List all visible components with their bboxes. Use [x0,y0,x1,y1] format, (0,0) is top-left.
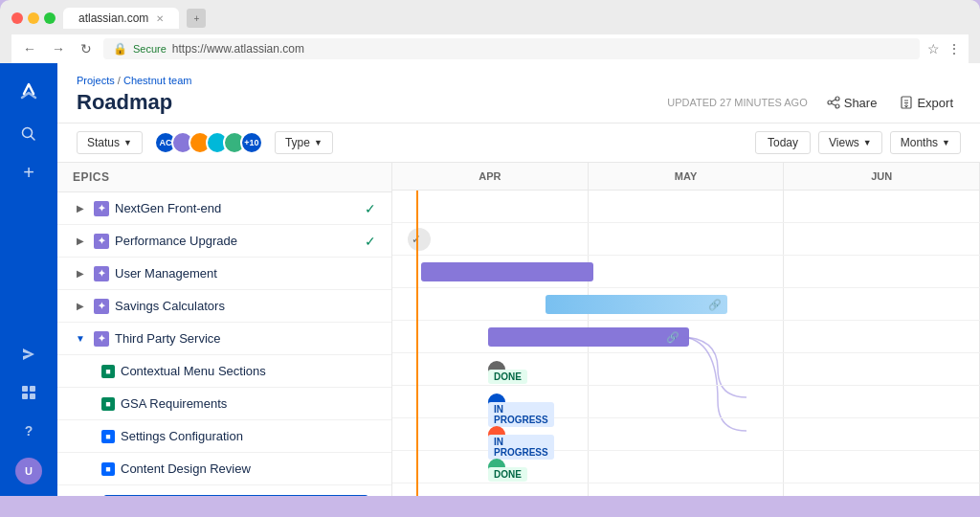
child-row[interactable]: ■ Settings Configuration [57,420,391,453]
status-row-inprogress2: IN PROGRESS [488,426,505,443]
svg-line-1 [32,137,35,141]
timeline-row: IN PROGRESS [392,418,980,451]
timeline-cell [589,223,785,255]
epic-row[interactable]: ▶ ✦ NextGen Front-end ✓ [57,192,391,225]
child-row[interactable]: ■ Contextual Menu Sections [57,355,391,388]
epic-label: Third Party Service [115,331,376,346]
sidebar: + ? U [0,63,57,496]
avatar-overflow[interactable]: +10 [240,131,263,154]
breadcrumb: Projects / Chestnut team [77,75,961,86]
done-check-icon: ✓ [365,234,376,249]
epic-row[interactable]: ▼ ✦ Third Party Service [57,323,391,355]
expand-icon[interactable]: ▶ [73,203,88,214]
timeline: APR MAY JUN [392,163,980,496]
help-icon[interactable]: ? [11,414,46,448]
epic-label: NextGen Front-end [115,201,361,215]
add-icon[interactable]: + [11,155,46,190]
traffic-light-red[interactable] [11,12,23,24]
expand-icon[interactable]: ▶ [73,236,88,246]
page-title: Roadmap [77,90,172,115]
timeline-cell [589,191,785,222]
browser-tab[interactable]: atlassian.com ✕ [63,8,179,29]
gantt-bar-user-mgmt[interactable] [421,262,593,281]
epic-type-icon: ✦ [94,331,109,347]
tab-close-icon[interactable]: ✕ [156,13,164,24]
timeline-row: DONE [392,353,980,386]
star-icon[interactable]: ☆ [927,41,940,56]
timeline-cell [784,483,980,496]
epic-row[interactable]: ▶ ✦ Savings Calculators [57,290,391,323]
status-row-done2: DONE [488,459,505,476]
epic-row[interactable]: ▶ ✦ User Management [57,258,391,290]
user-avatar[interactable]: U [15,458,42,484]
traffic-light-yellow[interactable] [28,12,39,24]
epic-label: User Management [115,266,376,281]
epics-panel: Epics ▶ ✦ NextGen Front-end ✓ ▶ ✦ Perfor… [57,163,392,496]
child-type-icon: ■ [101,462,115,476]
new-tab-button[interactable]: + [187,9,206,28]
timeline-row [392,483,980,496]
timeline-cell [392,191,589,222]
address-bar[interactable]: 🔒 Secure https://www.atlassian.com [103,38,920,59]
forward-button[interactable]: → [48,39,69,58]
svg-rect-4 [22,393,28,399]
gantt-bar-third-party[interactable]: 🔗 [488,327,689,347]
breadcrumb-team[interactable]: Chestnut team [123,75,192,86]
today-button[interactable]: Today [755,131,811,154]
url-text: https://www.atlassian.com [172,42,304,56]
search-icon[interactable] [11,117,46,151]
done-check-icon: ✓ [365,201,376,216]
traffic-light-green[interactable] [44,12,56,24]
epic-row[interactable]: ▶ ✦ Performance Upgrade ✓ [57,225,391,258]
status-row-inprogress: IN PROGRESS [488,393,505,411]
child-type-icon: ■ [101,430,115,443]
timeline-cell [784,256,980,287]
status-filter[interactable]: Status ▼ [77,131,143,154]
timeline-cell [784,353,980,385]
bar-link-icon: 🔗 [666,331,679,344]
expand-icon[interactable]: ▼ [73,333,88,344]
timeline-cell [784,191,980,222]
timeline-row: 🔗 [392,321,980,353]
gantt-bar-performance[interactable]: ✓ [408,228,431,251]
breadcrumb-projects[interactable]: Projects [77,75,115,86]
views-button[interactable]: Views ▼ [818,131,882,154]
atlassian-logo[interactable] [13,75,44,105]
secure-label: Secure [133,43,167,55]
export-button[interactable]: Export [892,92,961,114]
month-may: MAY [589,163,785,190]
timeline-cell [589,386,785,417]
refresh-button[interactable]: ↻ [77,39,96,58]
link-icon: 🔗 [708,299,722,311]
updated-text: UPDATED 27 MINUTES AGO [667,97,808,108]
type-label: Type [285,136,310,149]
menu-icon[interactable]: ⋮ [947,41,961,56]
timeline-cell [784,321,980,352]
month-apr: APR [392,163,589,190]
type-filter[interactable]: Type ▼ [275,131,333,154]
status-label: Status [87,136,120,149]
child-label: Contextual Menu Sections [121,364,376,378]
share-button[interactable]: Share [819,92,885,114]
timeline-cell [784,288,980,320]
child-row[interactable]: ■ Content Design Review [57,453,391,485]
child-row[interactable]: ■ GSA Requirements [57,388,391,420]
months-button[interactable]: Months ▼ [890,131,961,154]
svg-point-8 [835,104,839,108]
lock-icon: 🔒 [113,42,127,56]
back-button[interactable]: ← [19,39,40,58]
timeline-cell [589,256,785,287]
gantt-bar-savings[interactable]: 🔗 [546,295,727,314]
type-chevron-icon: ▼ [314,138,323,147]
epic-type-icon: ✦ [94,201,109,216]
expand-icon[interactable]: ▶ [73,268,88,279]
epic-label: Savings Calculators [115,299,376,313]
expand-icon[interactable]: ▶ [73,301,88,311]
new-item-input[interactable]: ✦ ▼ What needs to be done? [103,495,368,496]
send-icon[interactable] [11,337,46,371]
grid-icon[interactable] [11,375,46,410]
status-row-done: DONE [488,361,505,378]
views-label: Views [829,136,859,149]
today-label: Today [768,136,798,149]
svg-rect-3 [30,386,35,392]
